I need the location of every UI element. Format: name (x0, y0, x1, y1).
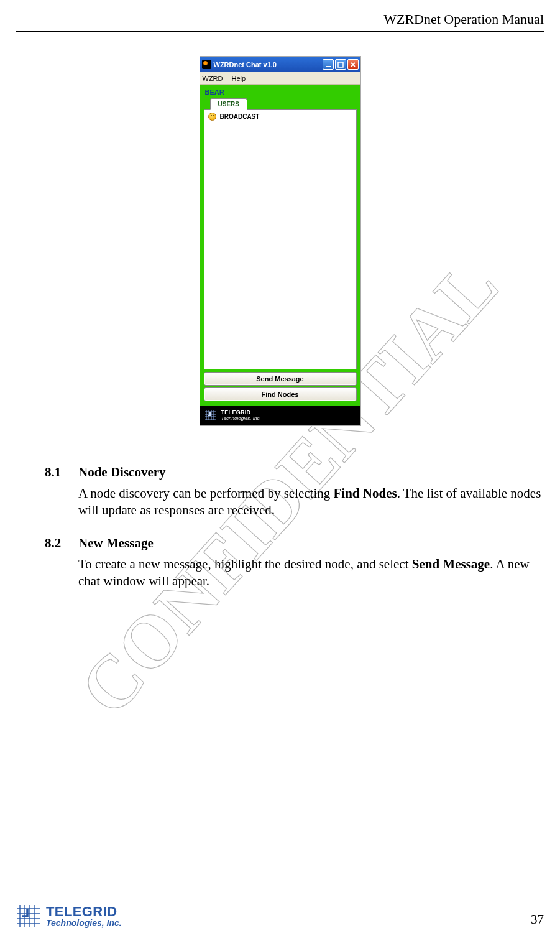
maximize-button[interactable] (335, 59, 346, 70)
section-8-2: 8.2 New Message To create a new message,… (45, 535, 544, 590)
current-user-label: BEAR (203, 87, 358, 98)
section-8-1: 8.1 Node Discovery A node discovery can … (45, 464, 544, 519)
window-title: WZRDnet Chat v1.0 (214, 61, 323, 68)
app-statusbar: TELEGRID Technologies, Inc. (200, 406, 360, 425)
menubar: WZRD Help (200, 72, 360, 85)
section-title: Node Discovery (78, 464, 166, 481)
page-number: 37 (531, 912, 544, 927)
close-button[interactable] (347, 59, 359, 70)
minimize-button[interactable] (323, 59, 334, 70)
page-header-title: WZRDnet Operation Manual (383, 11, 544, 27)
tab-users[interactable]: USERS (210, 98, 247, 110)
user-status-icon (208, 113, 216, 121)
footer-logo: TELEGRID Technologies, Inc. (16, 904, 122, 929)
footer-brand: TELEGRID (46, 904, 122, 919)
header-rule (16, 31, 544, 32)
section-number: 8.1 (45, 464, 67, 481)
svg-rect-2 (338, 62, 343, 67)
menu-help[interactable]: Help (232, 75, 246, 82)
section-paragraph: A node discovery can be performed by sel… (45, 485, 544, 519)
menu-wzrd[interactable]: WZRD (203, 75, 223, 82)
svg-rect-1 (326, 66, 331, 67)
statusbar-sub: Technologies, Inc. (221, 416, 261, 422)
footer-sub: Technologies, Inc. (46, 919, 122, 928)
list-item[interactable]: BROADCAST (204, 110, 356, 123)
section-number: 8.2 (45, 535, 67, 552)
app-window: WZRDnet Chat v1.0 WZRD Help BEAR USERS B… (200, 56, 361, 426)
send-message-button[interactable]: Send Message (204, 372, 357, 386)
list-item-label: BROADCAST (220, 113, 260, 120)
app-icon (202, 60, 211, 69)
section-title: New Message (78, 535, 154, 552)
users-list[interactable]: BROADCAST (204, 109, 357, 369)
telegrid-logo-icon (204, 409, 218, 422)
telegrid-logo-icon (16, 904, 41, 929)
find-nodes-button[interactable]: Find Nodes (204, 387, 357, 401)
section-paragraph: To create a new message, highlight the d… (45, 556, 544, 590)
window-titlebar[interactable]: WZRDnet Chat v1.0 (200, 57, 360, 72)
